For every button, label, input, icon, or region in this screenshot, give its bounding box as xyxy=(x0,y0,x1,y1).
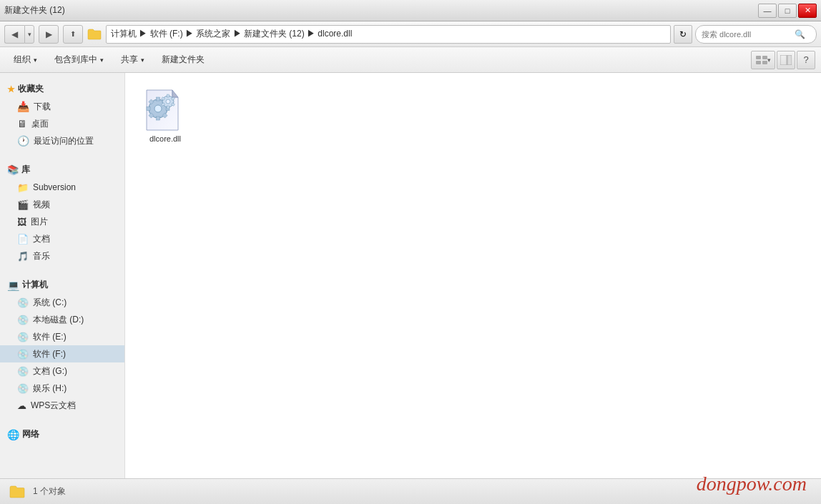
sidebar-item-g-drive[interactable]: 💿 文档 (G:) xyxy=(0,362,124,380)
folder-icon xyxy=(86,26,103,43)
e-drive-label: 软件 (E:) xyxy=(33,331,67,343)
sidebar-item-desktop[interactable]: 🖥 桌面 xyxy=(0,115,124,132)
e-drive-icon: 💿 xyxy=(17,332,29,342)
maximize-button[interactable]: □ xyxy=(778,4,797,18)
forward-button[interactable]: ▶ xyxy=(39,25,59,44)
subversion-label: Subversion xyxy=(33,182,76,192)
nav-button-group: ◀ ▾ xyxy=(4,25,34,44)
file-area: dlcore.dll xyxy=(125,73,821,478)
sidebar-item-recent[interactable]: 🕐 最近访问的位置 xyxy=(0,132,124,149)
preview-pane-button[interactable] xyxy=(777,51,795,69)
h-drive-icon: 💿 xyxy=(17,383,29,394)
documents-label: 文档 xyxy=(33,233,50,245)
c-drive-label: 系统 (C:) xyxy=(33,297,67,309)
sidebar-item-d-drive[interactable]: 💿 本地磁盘 (D:) xyxy=(0,311,124,328)
address-path-text: 计算机 ▶ 软件 (F:) ▶ 系统之家 ▶ 新建文件夹 (12) ▶ dlco… xyxy=(111,28,352,40)
svg-rect-23 xyxy=(167,106,169,109)
view-options-button[interactable]: ▾ xyxy=(751,51,775,69)
d-drive-label: 本地磁盘 (D:) xyxy=(33,314,84,326)
sidebar-item-c-drive[interactable]: 💿 系统 (C:) xyxy=(0,294,124,311)
help-button[interactable]: ? xyxy=(797,51,815,69)
svg-rect-2 xyxy=(756,61,761,64)
sidebar-item-f-drive[interactable]: 💿 软件 (F:) xyxy=(0,345,124,362)
organize-button[interactable]: 组织 ▾ xyxy=(6,50,45,70)
main-content: ★ 收藏夹 📥 下载 🖥 桌面 🕐 最近访问的位置 📚 库 📁 Subversi… xyxy=(0,73,821,478)
svg-rect-16 xyxy=(147,107,150,111)
library-section: 📚 库 xyxy=(0,159,124,179)
f-drive-icon: 💿 xyxy=(17,349,29,360)
window-title: 新建文件夹 (12) xyxy=(4,4,65,16)
new-folder-button[interactable]: 新建文件夹 xyxy=(154,50,212,70)
network-section[interactable]: 🌐 网络 xyxy=(0,424,124,443)
file-item-dlcore[interactable]: dlcore.dll xyxy=(137,84,194,147)
pictures-label: 图片 xyxy=(31,216,48,228)
status-folder-icon xyxy=(9,483,26,500)
video-label: 视频 xyxy=(33,199,50,211)
network-icon: 🌐 xyxy=(7,429,19,440)
sidebar-item-download[interactable]: 📥 下载 xyxy=(0,98,124,115)
close-button[interactable]: ✕ xyxy=(798,4,817,18)
star-icon: ★ xyxy=(7,84,15,94)
g-drive-icon: 💿 xyxy=(17,366,29,377)
toolbar: 组织 ▾ 包含到库中 ▾ 共享 ▾ 新建文件夹 ▾ ? xyxy=(0,47,821,73)
sidebar-item-h-drive[interactable]: 💿 娱乐 (H:) xyxy=(0,380,124,397)
subversion-icon: 📁 xyxy=(17,182,29,193)
desktop-label: 桌面 xyxy=(31,118,49,130)
include-library-button[interactable]: 包含到库中 ▾ xyxy=(46,50,112,70)
favorites-section: ★ 收藏夹 xyxy=(0,79,124,98)
svg-rect-10 xyxy=(157,97,160,101)
share-button[interactable]: 共享 ▾ xyxy=(113,50,152,70)
wps-label: WPS云文档 xyxy=(31,400,76,412)
h-drive-label: 娱乐 (H:) xyxy=(33,382,67,395)
sidebar-item-documents[interactable]: 📄 文档 xyxy=(0,230,124,247)
c-drive-icon: 💿 xyxy=(17,297,29,308)
dll-file-icon xyxy=(145,89,185,132)
share-dropdown-icon: ▾ xyxy=(141,56,144,64)
sidebar-item-subversion[interactable]: 📁 Subversion xyxy=(0,179,124,196)
svg-point-19 xyxy=(166,99,170,104)
download-icon: 📥 xyxy=(17,101,29,112)
status-count: 1 个对象 xyxy=(33,485,66,498)
sidebar-item-wps[interactable]: ☁ WPS云文档 xyxy=(0,397,124,414)
svg-rect-0 xyxy=(756,56,761,59)
svg-point-9 xyxy=(154,105,162,112)
file-name: dlcore.dll xyxy=(149,134,181,143)
computer-title: 计算机 xyxy=(22,279,48,291)
pictures-icon: 🖼 xyxy=(17,217,26,227)
sidebar-item-e-drive[interactable]: 💿 软件 (E:) xyxy=(0,328,124,345)
svg-rect-4 xyxy=(780,55,787,65)
search-icon[interactable]: 🔍 xyxy=(795,29,805,39)
search-input[interactable] xyxy=(702,30,795,39)
title-bar-controls: — □ ✕ xyxy=(758,4,817,18)
up-button[interactable]: ⬆ xyxy=(63,25,83,44)
sidebar-item-video[interactable]: 🎬 视频 xyxy=(0,196,124,213)
share-label: 共享 xyxy=(121,54,138,66)
documents-icon: 📄 xyxy=(17,234,29,244)
library-title: 库 xyxy=(21,164,30,176)
organize-label: 组织 xyxy=(14,54,31,66)
favorites-title: 收藏夹 xyxy=(18,83,44,95)
sidebar-item-music[interactable]: 🎵 音乐 xyxy=(0,247,124,265)
recent-icon: 🕐 xyxy=(17,135,29,147)
address-path-box[interactable]: 计算机 ▶ 软件 (F:) ▶ 系统之家 ▶ 新建文件夹 (12) ▶ dlco… xyxy=(106,25,671,44)
sidebar: ★ 收藏夹 📥 下载 🖥 桌面 🕐 最近访问的位置 📚 库 📁 Subversi… xyxy=(0,73,125,478)
svg-rect-20 xyxy=(167,94,169,97)
music-icon: 🎵 xyxy=(17,251,29,262)
minimize-button[interactable]: — xyxy=(758,4,777,18)
svg-rect-5 xyxy=(787,55,792,65)
sidebar-item-pictures[interactable]: 🖼 图片 xyxy=(0,213,124,230)
d-drive-icon: 💿 xyxy=(17,315,29,325)
music-label: 音乐 xyxy=(33,250,50,262)
title-bar: 新建文件夹 (12) — □ ✕ xyxy=(0,0,821,21)
back-button[interactable]: ◀ xyxy=(4,25,24,44)
refresh-button[interactable]: ↻ xyxy=(674,25,692,44)
svg-rect-14 xyxy=(157,117,160,120)
desktop-icon: 🖥 xyxy=(17,118,27,129)
recent-label: 最近访问的位置 xyxy=(34,135,94,147)
include-library-label: 包含到库中 xyxy=(54,54,97,66)
computer-icon: 💻 xyxy=(7,280,19,291)
status-bar: 1 个对象 xyxy=(0,478,821,504)
g-drive-label: 文档 (G:) xyxy=(33,365,67,377)
video-icon: 🎬 xyxy=(17,199,29,210)
back-dropdown[interactable]: ▾ xyxy=(24,25,34,44)
